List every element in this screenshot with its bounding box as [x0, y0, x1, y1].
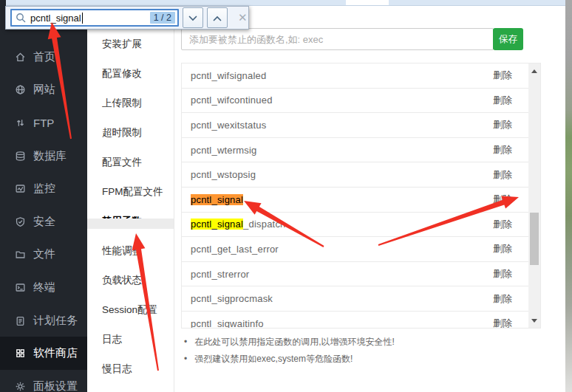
delete-link[interactable]: 删除 — [493, 317, 512, 329]
function-name: pcntl_signal_dispatch — [191, 219, 286, 230]
tab-log[interactable]: 日志 — [87, 325, 174, 354]
scroll-up-button[interactable] — [528, 65, 540, 77]
sidebar-item-label: 网站 — [33, 83, 55, 97]
text-caret — [82, 13, 83, 24]
app-window: 首页 网站 FTP 数据库 监控 安全 文件 终端 计划任务 软件商店 — [0, 0, 572, 392]
scroll-down-button[interactable] — [528, 314, 540, 326]
submenu-item-label: 上传限制 — [102, 97, 142, 110]
find-input[interactable]: pcntl_signal 1 / 2 — [10, 9, 179, 27]
submenu-item-label: 配置文件 — [102, 156, 142, 169]
sidebar-list: 首页 网站 FTP 数据库 监控 安全 文件 终端 计划任务 软件商店 — [0, 41, 87, 392]
tab-session-config[interactable]: Session配置 — [87, 295, 174, 325]
sidebar-item-label: 监控 — [33, 182, 55, 196]
sidebar-item-monitor[interactable]: 监控 — [0, 172, 87, 205]
tab-config-file[interactable]: 配置文件 — [87, 148, 174, 177]
sidebar-item-files[interactable]: 文件 — [0, 238, 87, 272]
delete-link[interactable]: 删除 — [493, 94, 512, 107]
delete-link[interactable]: 删除 — [493, 242, 512, 255]
sidebar-item-label: 终端 — [33, 281, 55, 295]
sidebar-item-ftp[interactable]: FTP — [0, 106, 87, 140]
function-name: pcntl_wexitstatus — [191, 120, 266, 131]
tab-load-status[interactable]: 负载状态 — [87, 266, 174, 295]
help-note: 强烈建议禁用如exec,system等危险函数! — [184, 351, 395, 368]
help-note: 在此处可以禁用指定函数的调用,以增强环境安全性! — [184, 334, 395, 351]
chevron-down-icon — [188, 11, 197, 24]
browser-find-bar: pcntl_signal 1 / 2 ✕ — [5, 6, 249, 30]
function-name: pcntl_strerror — [191, 269, 249, 280]
function-name: pcntl_signal — [191, 194, 243, 205]
sidebar-item-label: FTP — [33, 117, 54, 129]
function-name: pcntl_sigwaitinfo — [191, 318, 264, 329]
sidebar-item-database[interactable]: 数据库 — [0, 140, 87, 173]
help-notes: 在此处可以禁用指定函数的调用,以增强环境安全性!强烈建议禁用如exec,syst… — [184, 334, 395, 368]
submenu-item-label: 超时限制 — [102, 126, 142, 140]
function-row: pcntl_wifsignaled 删除 — [182, 63, 540, 89]
find-next-button[interactable] — [183, 7, 203, 28]
tab-slow-log[interactable]: 慢日志 — [87, 354, 174, 384]
submenu-item-label: 安装扩展 — [102, 38, 142, 51]
transfer-icon — [14, 117, 26, 128]
submenu-item-label: 性能调整 — [102, 244, 142, 258]
tab-install-ext[interactable]: 安装扩展 — [87, 30, 174, 59]
add-function-input[interactable] — [181, 28, 494, 50]
sidebar-item-label: 数据库 — [33, 149, 67, 163]
sidebar-item-settings[interactable]: 面板设置 — [0, 370, 87, 392]
sidebar-item-site[interactable]: 网站 — [0, 74, 87, 107]
function-row: pcntl_signal_dispatch 删除 — [182, 213, 540, 238]
sidebar-item-home[interactable]: 首页 — [0, 41, 87, 74]
find-previous-button[interactable] — [207, 7, 228, 28]
delete-link[interactable]: 删除 — [493, 69, 512, 82]
sidebar: 首页 网站 FTP 数据库 监控 安全 文件 终端 计划任务 软件商店 — [0, 0, 87, 392]
sidebar-item-cron[interactable]: 计划任务 — [0, 304, 87, 337]
save-button[interactable]: 保存 — [493, 28, 523, 50]
browser-edge-strip — [6, 0, 572, 6]
function-name: pcntl_wstopsig — [191, 169, 256, 180]
submenu-item-label: 负载状态 — [102, 274, 142, 287]
submenu-item-label: FPM配置文件 — [102, 185, 163, 199]
scrollbar-thumb[interactable] — [530, 213, 539, 265]
delete-link[interactable]: 删除 — [493, 143, 512, 157]
disabled-function-list: pcntl_wifsignaled 删除 pcntl_wifcontinued … — [181, 63, 541, 329]
find-highlight: pcntl_signal — [191, 194, 243, 205]
function-row: pcntl_sigwaitinfo 删除 — [182, 312, 540, 329]
sidebar-item-label: 面板设置 — [33, 379, 78, 392]
globe-icon — [14, 84, 26, 96]
delete-link[interactable]: 删除 — [493, 168, 512, 182]
function-row: pcntl_strerror 删除 — [182, 262, 540, 287]
shield-icon — [14, 216, 26, 227]
sidebar-item-label: 软件商店 — [33, 346, 78, 360]
scrollbar[interactable] — [528, 63, 540, 328]
delete-link[interactable]: 删除 — [493, 118, 512, 131]
submenu-item-label: 日志 — [102, 333, 122, 346]
sidebar-item-security[interactable]: 安全 — [0, 205, 87, 238]
sidebar-item-terminal[interactable]: 终端 — [0, 271, 87, 304]
home-icon — [14, 51, 26, 63]
sidebar-item-label: 文件 — [33, 247, 55, 261]
sidebar-item-label: 安全 — [33, 215, 55, 229]
disabled-functions-panel: 保存 pcntl_wifsignaled 删除 pcntl_wifcontinu… — [174, 0, 565, 392]
function-row: pcntl_wtermsig 删除 — [182, 138, 540, 163]
function-row: pcntl_wexitstatus 删除 — [182, 113, 540, 138]
function-name: pcntl_sigprocmask — [191, 293, 273, 304]
delete-link[interactable]: 删除 — [493, 218, 512, 231]
sidebar-item-appstore[interactable]: 软件商店 — [0, 337, 87, 370]
tab-fpm-config[interactable]: FPM配置文件 — [87, 177, 174, 207]
submenu-item-label: 配置修改 — [102, 67, 142, 80]
submenu-separator — [87, 219, 174, 229]
delete-link[interactable]: 删除 — [493, 292, 512, 306]
tab-perf-tuning[interactable]: 性能调整 — [87, 236, 174, 266]
database-icon — [14, 150, 26, 162]
folder-icon — [14, 249, 26, 261]
tab-upload-limit[interactable]: 上传限制 — [87, 89, 174, 118]
close-icon[interactable]: ✕ — [238, 11, 248, 24]
delete-link[interactable]: 删除 — [493, 267, 512, 281]
submenu-item-label: Session配置 — [102, 303, 157, 317]
browser-edge-notch — [346, 0, 389, 5]
function-name: pcntl_wifsignaled — [191, 70, 266, 81]
tasks-icon — [14, 314, 26, 326]
tab-timeout-limit[interactable]: 超时限制 — [87, 118, 174, 148]
appstore-icon — [14, 348, 26, 360]
tab-config-edit[interactable]: 配置修改 — [87, 59, 174, 89]
delete-link[interactable]: 删除 — [493, 193, 512, 206]
gear-icon — [14, 380, 26, 392]
